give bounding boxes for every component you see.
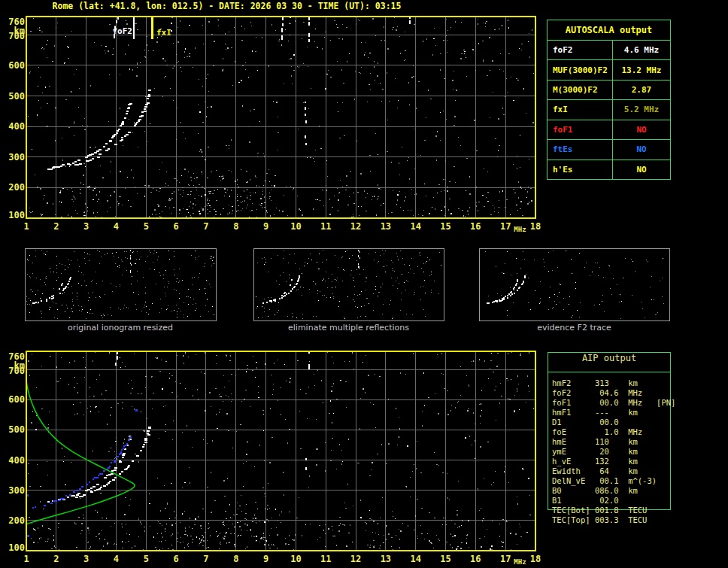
x-axis-unit-1: MHz <box>514 559 526 566</box>
aip-row-hmE: hmE 110 km <box>548 437 690 447</box>
autoscala-row-value-foF1: NO <box>612 120 670 139</box>
x-tick-0-4: 4 <box>108 222 124 232</box>
thumbnail-caption-eliminate: eliminate multiple reflections <box>253 323 444 333</box>
aip-row-TEC[Top]: TEC[Top] 003.3 TECU <box>548 515 690 525</box>
x-tick-1-13: 13 <box>378 554 394 564</box>
aip-row-h_vE: h_vE 132 km <box>548 457 690 466</box>
autoscala-row-value-h'Es: NO <box>612 159 670 179</box>
thumbnail-caption-original: original ionogram resized <box>25 323 216 333</box>
y-tick-0-200: 200 <box>5 183 25 192</box>
x-tick-0-14: 14 <box>408 222 424 232</box>
ionogram-noise <box>28 17 534 219</box>
aip-row-hmF2: hmF2 313 km <box>548 378 690 388</box>
x-tick-1-18: 18 <box>527 554 544 564</box>
y-tick-0-300: 300 <box>5 153 25 162</box>
scaled-point <box>27 535 29 537</box>
fxI-marker-label: fxI <box>156 29 171 37</box>
x-tick-0-5: 5 <box>138 222 154 232</box>
y-tick-1-600: 600 <box>5 395 25 404</box>
x-tick-0-9: 9 <box>258 222 275 232</box>
autoscala-row-value-M(3000)F2: 2.87 <box>612 80 670 99</box>
autoscala-row-label-foF1: foF1 <box>548 120 612 139</box>
aip-row-foF2: foF2 04.6 MHz <box>548 388 690 398</box>
x-tick-1-7: 7 <box>198 554 214 564</box>
aip-row-B1: B1 02.0 <box>548 496 690 506</box>
scaled-point <box>135 409 138 412</box>
echo-trace <box>32 436 132 509</box>
x-tick-0-18: 18 <box>527 222 544 232</box>
y-axis-unit-1: km <box>5 361 25 370</box>
x-axis-unit-0: MHz <box>514 226 526 233</box>
thumbnail-0 <box>25 248 216 320</box>
x-tick-0-17: 17 <box>497 222 514 232</box>
aip-row-hmF1: hmF1 --- km <box>548 408 690 418</box>
autoscala-row-label-h'Es: h'Es <box>548 159 612 179</box>
plot-grid <box>26 351 535 551</box>
autoscala-row-value-foF2: 4.6 MHz <box>612 40 670 59</box>
foF2-marker-line <box>133 17 135 39</box>
y-tick-1-100: 100 <box>5 543 25 552</box>
x-tick-1-9: 9 <box>258 554 275 564</box>
electron-density-profile <box>26 381 135 524</box>
aip-row-Ewidth: Ewidth 64 km <box>548 466 690 476</box>
ionogram-noise <box>158 503 271 551</box>
x-tick-1-1: 1 <box>18 554 35 564</box>
x-tick-0-12: 12 <box>347 222 364 232</box>
y-tick-0-500: 500 <box>5 92 25 101</box>
ionogram-noise <box>31 518 528 551</box>
autoscala-row-label-fxI: fxI <box>548 99 612 119</box>
ionogram-noise <box>30 184 532 218</box>
x-tick-0-1: 1 <box>18 222 35 232</box>
x-tick-0-15: 15 <box>438 222 454 232</box>
x-tick-0-2: 2 <box>48 222 65 232</box>
y-tick-1-400: 400 <box>5 456 25 465</box>
aip-row-ymE: ymE 20 km <box>548 447 690 457</box>
x-tick-0-3: 3 <box>78 222 95 232</box>
fxI-marker-line <box>151 17 153 39</box>
y-tick-0-600: 600 <box>5 61 25 70</box>
aip-table-title: AIP output <box>548 353 670 372</box>
x-tick-0-11: 11 <box>317 222 334 232</box>
foF2-marker-label: foF2 <box>108 27 132 35</box>
x-tick-1-11: 11 <box>317 554 334 564</box>
autoscala-row-value-fxI: 5.2 MHz <box>612 99 670 119</box>
autoscala-row-value-MUF(3000)F2: 13.2 MHz <box>612 59 670 79</box>
thumbnail-1 <box>253 248 444 320</box>
x-tick-1-5: 5 <box>138 554 154 564</box>
autoscala-row-label-ftEs: ftEs <box>548 139 612 159</box>
x-tick-1-6: 6 <box>168 554 184 564</box>
y-tick-1-500: 500 <box>5 425 25 434</box>
aip-row-DelN_vE: DelN_vE 00.1 m^(-3) <box>548 476 690 486</box>
y-tick-1-300: 300 <box>5 486 25 495</box>
aip-row-foE: foE 1.0 MHz <box>548 427 690 437</box>
x-tick-0-16: 16 <box>467 222 484 232</box>
x-tick-1-3: 3 <box>78 554 95 564</box>
x-tick-1-8: 8 <box>228 554 244 564</box>
aip-row-TEC[Bot]: TEC[Bot] 001.8 TECU <box>548 506 690 515</box>
autoscala-row-value-ftEs: NO <box>612 139 670 159</box>
y-tick-0-400: 400 <box>5 122 25 131</box>
x-tick-1-14: 14 <box>408 554 424 564</box>
aip-row-B0: B0 086.0 km <box>548 486 690 496</box>
x-tick-0-10: 10 <box>287 222 304 232</box>
thumbnail-caption-evidence: evidence F2 trace <box>479 323 669 333</box>
autoscala-table-title: AUTOSCALA output <box>548 20 670 40</box>
autoscala-row-label-foF2: foF2 <box>548 40 612 59</box>
x-tick-1-15: 15 <box>438 554 454 564</box>
x-tick-1-16: 16 <box>467 554 484 564</box>
x-tick-0-8: 8 <box>228 222 244 232</box>
autoscala-output-screen: Rome (lat: +41.8, lon: 012.5) - DATE: 20… <box>0 0 728 568</box>
echo-trace <box>47 436 132 503</box>
aip-table-rows: hmF2 313 kmfoF2 04.6 MHzfoF1 00.0 MHz [P… <box>548 378 690 525</box>
y-tick-1-200: 200 <box>5 516 25 525</box>
thumbnail-2 <box>479 248 669 320</box>
autoscala-output-table: AUTOSCALA output foF24.6 MHzMUF(3000)F21… <box>547 20 671 180</box>
x-tick-1-2: 2 <box>48 554 65 564</box>
x-tick-1-10: 10 <box>287 554 304 564</box>
y-axis-unit-0: km <box>5 26 25 35</box>
ionogram-noise <box>28 352 529 415</box>
x-tick-0-6: 6 <box>168 222 184 232</box>
x-tick-1-4: 4 <box>108 554 124 564</box>
aip-row-D1: D1 00.0 <box>548 418 690 427</box>
autoscala-row-label-M(3000)F2: M(3000)F2 <box>548 80 612 99</box>
